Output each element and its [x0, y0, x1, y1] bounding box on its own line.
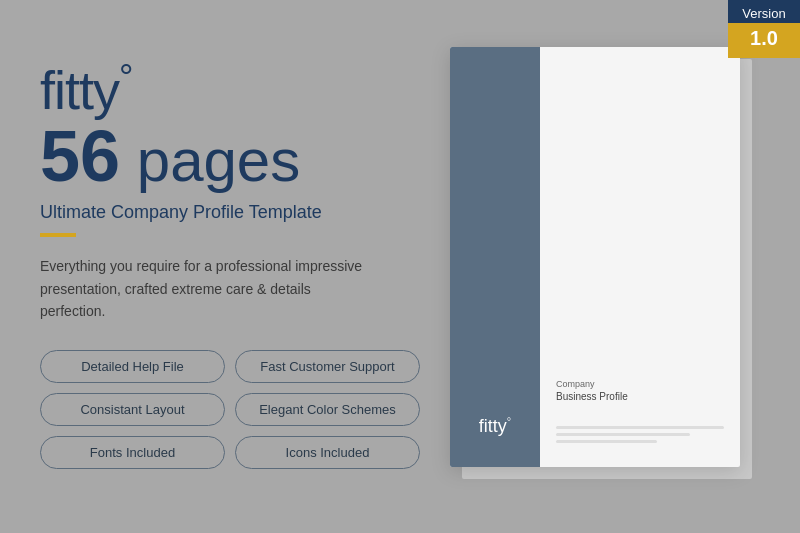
feature-pill: Fast Customer Support	[235, 350, 420, 383]
features-grid: Detailed Help FileFast Customer SupportC…	[40, 350, 420, 469]
subtitle: Ultimate Company Profile Template	[40, 202, 420, 223]
brand-name: fitty°	[40, 60, 420, 117]
pages-line: 56 pages	[40, 117, 420, 196]
doc-text-line-1	[556, 426, 724, 429]
pages-number: 56	[40, 116, 120, 196]
doc-text-line-2	[556, 433, 690, 436]
feature-pill: Fonts Included	[40, 436, 225, 469]
version-badge: Version 1.0	[728, 0, 800, 58]
brand-symbol: °	[119, 57, 132, 98]
document-mockup: fitty° Company Business Profile	[450, 47, 760, 487]
description: Everything you require for a professiona…	[40, 255, 370, 322]
accent-bar	[40, 233, 76, 237]
feature-pill: Icons Included	[235, 436, 420, 469]
doc-text-line-3	[556, 440, 657, 443]
doc-company-label: Company	[556, 379, 724, 389]
left-panel: fitty° 56 pages Ultimate Company Profile…	[40, 60, 420, 469]
doc-brand-name: fitty°	[479, 415, 511, 437]
doc-main: fitty° Company Business Profile	[450, 47, 740, 467]
version-number: 1.0	[728, 23, 800, 58]
right-panel: fitty° Company Business Profile	[410, 0, 800, 533]
doc-brand-symbol: °	[507, 415, 511, 427]
doc-text-lines	[556, 426, 724, 447]
doc-company-name: Business Profile	[556, 391, 724, 402]
doc-content: Company Business Profile	[540, 47, 740, 467]
feature-pill: Detailed Help File	[40, 350, 225, 383]
feature-pill: Consistant Layout	[40, 393, 225, 426]
doc-sidebar: fitty°	[450, 47, 540, 467]
feature-pill: Elegant Color Schemes	[235, 393, 420, 426]
pages-word: pages	[137, 127, 300, 194]
version-label: Version	[728, 0, 800, 23]
